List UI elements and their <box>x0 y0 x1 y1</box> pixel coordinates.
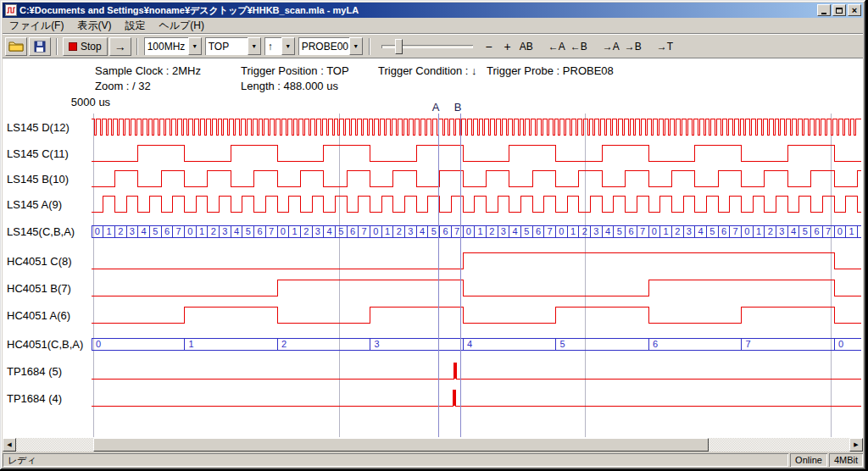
move-a-left-button[interactable]: ←A <box>546 37 568 56</box>
stop-button[interactable]: Stop <box>63 37 108 56</box>
bus-value: 4 <box>605 226 610 236</box>
channel-hc4051-a-6: HC4051 A(6) <box>7 307 861 323</box>
chevron-down-icon[interactable]: ▼ <box>248 37 261 55</box>
signal-trace <box>92 363 861 379</box>
channel-ls145-b-10: LS145 B(10) <box>7 170 861 186</box>
bus-value: 2 <box>675 226 680 236</box>
bus-value: 4 <box>142 226 147 236</box>
time-scale-label: 5000 us <box>71 96 111 108</box>
channel-label: LS145 A(9) <box>7 198 62 211</box>
horizontal-scrollbar[interactable]: ◀ ▶ <box>3 438 863 452</box>
zoom-ab-button[interactable]: AB <box>517 37 536 56</box>
channel-label: HC4051 B(7) <box>7 282 71 295</box>
channel-ls145-a-9: LS145 A(9) <box>7 196 861 212</box>
bus-value: 1 <box>570 226 576 236</box>
bus-value: 6 <box>653 339 658 349</box>
waveform-client-area: Sample Clock : 2MHz Trigger Position : T… <box>3 58 863 438</box>
bus-value: 0 <box>559 226 564 236</box>
trigger-edge-value: ↑ <box>264 37 281 55</box>
bus-value: 3 <box>779 226 784 236</box>
bus-value: 6 <box>164 226 170 236</box>
scroll-left-button[interactable]: ◀ <box>3 438 16 452</box>
zoom-out-button[interactable]: − <box>480 37 498 56</box>
signal-trace <box>92 145 861 161</box>
bus-value: 2 <box>303 226 309 236</box>
trigger-edge-select[interactable]: ↑ ▼ <box>264 37 295 55</box>
menu-view[interactable]: 表示(V) <box>70 17 118 35</box>
minimize-button[interactable] <box>817 4 831 16</box>
cursor-b-label: B <box>454 101 462 114</box>
bus-value: 1 <box>292 226 297 236</box>
bus-value: 4 <box>420 226 425 236</box>
run-button[interactable]: → <box>109 37 131 56</box>
chevron-down-icon[interactable]: ▼ <box>281 37 295 55</box>
toolbar-separator <box>369 38 370 55</box>
bus-value: 2 <box>397 226 402 236</box>
scrollbar-thumb[interactable] <box>93 438 709 452</box>
signal-trace <box>92 119 861 135</box>
trigger-position-select[interactable]: TOP ▼ <box>205 37 261 55</box>
signal-trace <box>92 390 861 406</box>
scroll-right-button[interactable]: ▶ <box>849 438 863 452</box>
bus-value: 1 <box>663 226 668 236</box>
menu-settings[interactable]: 設定 <box>118 17 152 35</box>
chevron-down-icon[interactable]: ▼ <box>349 37 363 55</box>
channel-ls145-c-b-a: LS145(C,B,A)0123456701234567012345670123… <box>7 225 861 238</box>
bus-value: 3 <box>408 226 413 236</box>
signal-trace <box>92 196 861 212</box>
close-icon: × <box>852 6 857 14</box>
bus-value: 5 <box>617 226 622 236</box>
waveform-display[interactable]: 5000 usLS145 D(12)LS145 C(11)LS145 B(10)… <box>3 58 863 438</box>
bus-value: 3 <box>593 226 598 236</box>
sample-clock-select[interactable]: 100MHz ▼ <box>144 37 202 55</box>
status-memory: 4MBit <box>829 453 863 467</box>
menu-file[interactable]: ファイル(F) <box>3 17 70 35</box>
bus-value: 7 <box>362 226 367 236</box>
channel-tp1684-4: TP1684 (4) <box>7 390 861 406</box>
toolbar-separator <box>56 38 58 55</box>
signal-trace <box>92 252 861 269</box>
move-b-right-button[interactable]: →B <box>622 37 644 56</box>
channel-label: LS145 C(11) <box>7 147 69 160</box>
status-ready: レディ <box>3 453 788 467</box>
trigger-probe-select[interactable]: PROBE00 ▼ <box>298 37 363 55</box>
bus-value: 4 <box>791 226 796 236</box>
move-a-right-button[interactable]: →A <box>600 37 622 56</box>
bus-value: 5 <box>338 226 343 236</box>
bus-value: 5 <box>431 226 437 236</box>
channel-tp1684-5: TP1684 (5) <box>7 363 861 379</box>
bus-value: 5 <box>803 226 808 236</box>
trigger-pulse <box>453 390 455 406</box>
maximize-button[interactable] <box>832 4 846 16</box>
bus-value: 0 <box>838 339 843 349</box>
bus-value: 5 <box>560 339 565 349</box>
open-file-button[interactable] <box>5 37 27 56</box>
menu-help[interactable]: ヘルプ(H) <box>152 17 211 35</box>
trigger-probe-value: PROBE00 <box>298 37 349 55</box>
bus-value: 7 <box>826 226 831 236</box>
signal-trace <box>92 170 861 186</box>
goto-trigger-button[interactable]: →T <box>654 37 676 56</box>
bus-value: 7 <box>548 226 553 236</box>
bus-value: 1 <box>199 226 204 236</box>
zoom-in-button[interactable]: + <box>498 37 517 56</box>
bus-value: 7 <box>640 226 645 236</box>
move-b-left-button[interactable]: ←B <box>568 37 590 56</box>
close-button[interactable]: × <box>848 4 861 16</box>
slider-thumb[interactable] <box>395 39 403 54</box>
zoom-slider[interactable] <box>380 37 475 56</box>
chevron-down-icon[interactable]: ▼ <box>188 37 202 55</box>
bus-value: 5 <box>153 226 158 236</box>
minimize-icon <box>821 13 826 14</box>
bus-value: 6 <box>628 226 633 236</box>
channel-ls145-d-12: LS145 D(12) <box>7 119 861 135</box>
bus-value: 1 <box>756 226 761 236</box>
bus-value: 6 <box>257 226 262 236</box>
sample-clock-info: Sample Clock : 2MHz <box>95 64 201 77</box>
bus-value: 6 <box>814 226 819 236</box>
save-button[interactable] <box>29 37 51 56</box>
titlebar: C:¥Documents and Settings¥noname¥デスクトップ¥… <box>3 3 863 18</box>
app-window: C:¥Documents and Settings¥noname¥デスクトップ¥… <box>0 0 865 469</box>
bus-value: 4 <box>234 226 239 236</box>
channel-hc4051-b-7: HC4051 B(7) <box>7 280 861 296</box>
